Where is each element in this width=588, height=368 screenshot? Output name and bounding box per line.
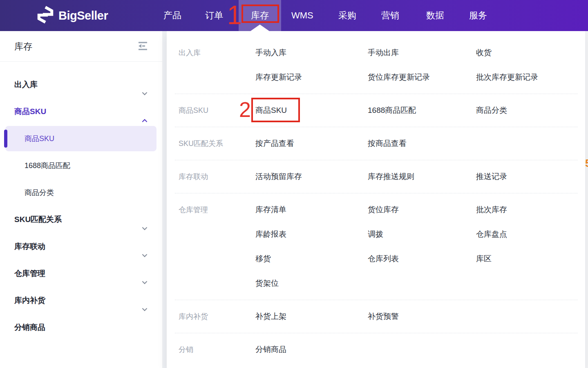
menu-row: 商品SKU 1688商品匹配 商品分类 xyxy=(255,98,582,123)
sidebar-item-sku-match[interactable]: SKU匹配关系 xyxy=(0,206,162,233)
menu-item-stock-push-rules[interactable]: 库存推送规则 xyxy=(368,164,476,189)
menu-row: 手动入库 手动出库 收货 xyxy=(255,40,582,65)
sidebar-item-replenishment[interactable]: 库内补货 xyxy=(0,287,162,314)
menu-item-manual-inbound[interactable]: 手动入库 xyxy=(255,40,368,65)
menu-group-items: 活动预留库存 库存推送规则 推送记录 xyxy=(255,164,582,189)
menu-category-label: 库内补货 xyxy=(179,304,255,329)
menu-item-distribution-goods[interactable]: 分销商品 xyxy=(255,337,368,362)
menu-item-warehouse-list[interactable]: 仓库列表 xyxy=(368,247,476,271)
menu-group-items: 库存清单 货位库存 批次库存 库龄报表 调拨 仓库盘点 移货 仓库列表 库区 货… xyxy=(255,197,582,296)
menu-item-move-goods[interactable]: 移货 xyxy=(255,247,368,271)
sidebar-item-distribution[interactable]: 分销商品 xyxy=(0,314,162,341)
menu-item-batch-stock-update-log[interactable]: 批次库存更新记录 xyxy=(476,65,582,90)
panel-gap xyxy=(162,31,167,368)
annotation-box-menu-product-sku xyxy=(251,98,300,122)
menu-item-empty xyxy=(368,271,476,296)
menu-group-stock-in-out: 出入库 手动入库 手动出库 收货 库存更新记录 货位库存更新记录 批次库存更新记… xyxy=(179,40,582,94)
menu-group-items: 分销商品 xyxy=(255,337,582,362)
annotation-step-2: 2 xyxy=(239,97,251,122)
menu-item-stock-age-report[interactable]: 库龄报表 xyxy=(255,222,368,247)
menu-row: 移货 仓库列表 库区 xyxy=(255,247,582,271)
menu-group-distribution: 分销 分销商品 xyxy=(179,333,582,366)
nav-item-wms[interactable]: WMS xyxy=(291,0,313,31)
nav-item-services[interactable]: 服务 xyxy=(469,0,487,31)
menu-category-label: 分销 xyxy=(179,337,255,362)
nav-item-data[interactable]: 数据 xyxy=(426,0,444,31)
menu-item-reserved-stock[interactable]: 活动预留库存 xyxy=(255,164,368,189)
menu-row: 货架位 xyxy=(255,271,582,296)
menu-group-warehouse-mgmt: 仓库管理 库存清单 货位库存 批次库存 库龄报表 调拨 仓库盘点 移货 仓库列表… xyxy=(179,193,582,300)
menu-item-1688-match[interactable]: 1688商品匹配 xyxy=(368,98,476,123)
menu-category-label: SKU匹配关系 xyxy=(179,131,255,156)
page-scrollbar[interactable] xyxy=(585,31,588,368)
menu-category-label: 出入库 xyxy=(179,40,255,90)
menu-item-push-log[interactable]: 推送记录 xyxy=(476,164,582,189)
menu-item-bin-stock[interactable]: 货位库存 xyxy=(368,197,476,222)
menu-item-transfer[interactable]: 调拨 xyxy=(368,222,476,247)
sidebar-item-stock-in-out[interactable]: 出入库 xyxy=(0,71,162,98)
menu-item-manual-outbound[interactable]: 手动出库 xyxy=(368,40,476,65)
annotation-step-1: 1 xyxy=(227,1,242,29)
menu-item-view-by-goods[interactable]: 按商品查看 xyxy=(368,131,476,156)
menu-group-stock-linkage: 库存联动 活动预留库存 库存推送规则 推送记录 xyxy=(179,160,582,193)
menu-row: 按产品查看 按商品查看 xyxy=(255,131,582,156)
menu-category-label: 仓库管理 xyxy=(179,197,255,296)
sidebar-title: 库存 xyxy=(14,31,32,62)
menu-row: 补货上架 补货预警 xyxy=(255,304,582,329)
menu-item-empty xyxy=(476,304,582,329)
top-navbar: BigSeller 产品 订单 库存 WMS 采购 营销 数据 服务 xyxy=(0,0,588,31)
sidebar-item-product-sku[interactable]: 商品SKU xyxy=(0,98,162,125)
caret-up-indicator-icon xyxy=(250,25,269,31)
sidebar-subitem-label: 1688商品匹配 xyxy=(25,162,70,170)
inventory-mega-menu: 出入库 手动入库 手动出库 收货 库存更新记录 货位库存更新记录 批次库存更新记… xyxy=(167,31,585,368)
sidebar-item-label: 库存联动 xyxy=(14,242,45,251)
menu-item-stocktaking[interactable]: 仓库盘点 xyxy=(476,222,582,247)
sidebar-item-label: 出入库 xyxy=(14,80,38,89)
sidebar-item-label: 商品SKU xyxy=(14,107,46,116)
sidebar-subitem-product-category[interactable]: 商品分类 xyxy=(0,179,162,206)
sidebar-subitem-product-sku[interactable]: 商品SKU xyxy=(0,125,162,152)
sidebar-item-label: 分销商品 xyxy=(14,323,45,332)
brand-name: BigSeller xyxy=(58,9,108,22)
menu-group-items: 补货上架 补货预警 xyxy=(255,304,582,329)
menu-group-items: 商品SKU 1688商品匹配 商品分类 xyxy=(255,98,582,123)
menu-item-bin-stock-update-log[interactable]: 货位库存更新记录 xyxy=(368,65,476,90)
inventory-sidebar: 库存 出入库 商品SKU 商品SKU 1688商品匹配 xyxy=(0,31,162,368)
menu-group-replenishment: 库内补货 补货上架 补货预警 xyxy=(179,300,582,333)
nav-item-purchase[interactable]: 采购 xyxy=(338,0,356,31)
collapse-left-icon[interactable] xyxy=(136,41,149,53)
sidebar-item-label: 仓库管理 xyxy=(14,269,45,278)
menu-item-storage-zone[interactable]: 库区 xyxy=(476,247,582,271)
sidebar-subitem-label: 商品分类 xyxy=(25,188,54,197)
nav-item-orders[interactable]: 订单 xyxy=(205,0,223,31)
selected-indicator-bar xyxy=(4,130,7,148)
menu-item-empty xyxy=(476,271,582,296)
sidebar-menu: 出入库 商品SKU 商品SKU 1688商品匹配 商品分类 SKU匹配关系 库存… xyxy=(0,62,162,341)
menu-item-view-by-product[interactable]: 按产品查看 xyxy=(255,131,368,156)
menu-item-stock-list[interactable]: 库存清单 xyxy=(255,197,368,222)
menu-item-replenish-alert[interactable]: 补货预警 xyxy=(368,304,476,329)
sidebar-header: 库存 xyxy=(0,31,162,62)
brand-logo[interactable]: BigSeller xyxy=(37,0,108,31)
menu-item-shelf-bin[interactable]: 货架位 xyxy=(255,271,368,296)
nav-item-marketing[interactable]: 营销 xyxy=(381,0,399,31)
menu-item-receiving[interactable]: 收货 xyxy=(476,40,582,65)
menu-row: 库存清单 货位库存 批次库存 xyxy=(255,197,582,222)
menu-group-items: 按产品查看 按商品查看 xyxy=(255,131,582,156)
menu-item-batch-stock[interactable]: 批次库存 xyxy=(476,197,582,222)
menu-item-empty xyxy=(476,337,582,362)
sidebar-subitem-1688-match[interactable]: 1688商品匹配 xyxy=(0,152,162,179)
menu-row: 库存更新记录 货位库存更新记录 批次库存更新记录 xyxy=(255,65,582,90)
menu-item-stock-update-log[interactable]: 库存更新记录 xyxy=(255,65,368,90)
menu-row: 库龄报表 调拨 仓库盘点 xyxy=(255,222,582,247)
sidebar-item-stock-linkage[interactable]: 库存联动 xyxy=(0,233,162,260)
clipped-floating-badge[interactable]: 5 xyxy=(585,157,588,169)
sidebar-item-warehouse-mgmt[interactable]: 仓库管理 xyxy=(0,260,162,287)
menu-group-items: 手动入库 手动出库 收货 库存更新记录 货位库存更新记录 批次库存更新记录 xyxy=(255,40,582,90)
menu-item-replenish-shelving[interactable]: 补货上架 xyxy=(255,304,368,329)
nav-item-products[interactable]: 产品 xyxy=(163,0,181,31)
menu-item-product-category[interactable]: 商品分类 xyxy=(476,98,582,123)
menu-category-label: 库存联动 xyxy=(179,164,255,189)
sidebar-item-label: SKU匹配关系 xyxy=(14,215,62,224)
menu-group-sku-match: SKU匹配关系 按产品查看 按商品查看 xyxy=(179,127,582,160)
